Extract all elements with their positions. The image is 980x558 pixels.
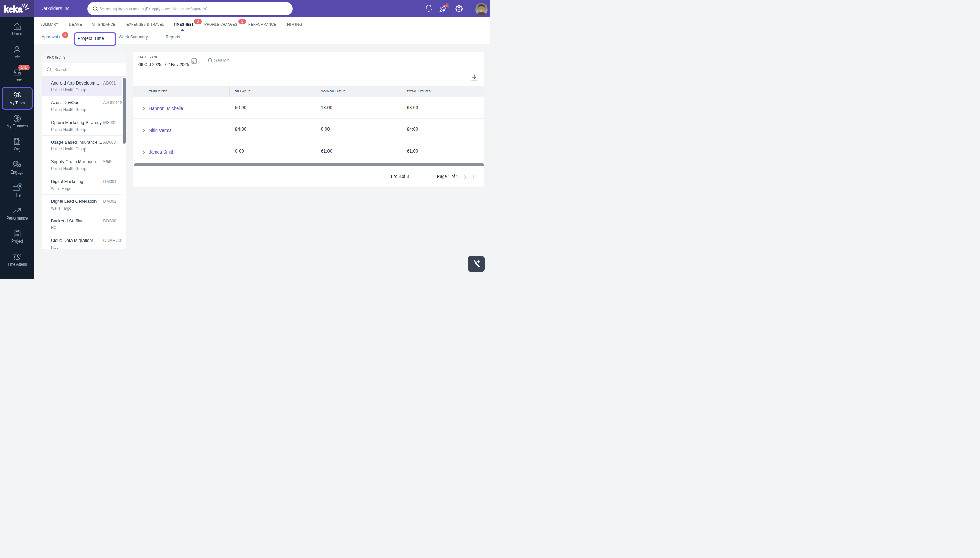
svg-text:keka: keka <box>4 5 23 14</box>
